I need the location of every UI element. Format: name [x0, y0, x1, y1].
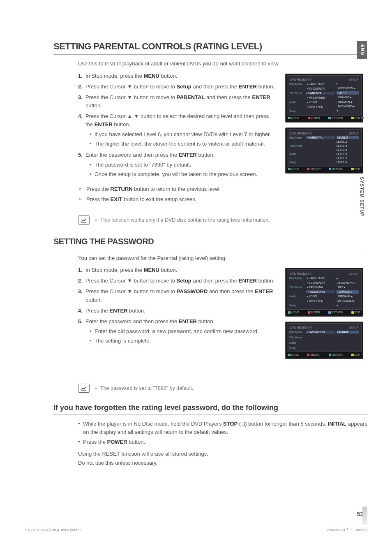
sub-bullet: The setting is complete.: [90, 337, 277, 345]
osd-footer-btn: ENTER: [308, 311, 320, 314]
step: 4.Press the ENTER button.: [78, 307, 277, 315]
osd-row: Disc Menu• PARENTALLEVEL 2: [288, 136, 360, 140]
bullet: While the player is in No DIsc mode, hol…: [78, 420, 367, 436]
osd-row: AudioLEVEL 6: [288, 152, 360, 156]
lang-badge: ENG: [357, 41, 367, 59]
osd-footer-btn: SELECT: [307, 168, 321, 171]
osd-row: • TV DISPLAY: WIDE/HDTV ▸: [288, 280, 360, 285]
parental-arrows: Press the RETURN button to return to the…: [78, 185, 277, 204]
arrow-note: Press the RETURN button to return to the…: [78, 185, 277, 194]
step: 5.Enter the password and then press the …: [78, 317, 277, 345]
step: 1.In Stop mode, press the MENU button.: [78, 266, 277, 274]
osd-footer-btn: MOVE: [288, 311, 299, 314]
osd-row: Audio• LOGO: ORIGINAL ▸: [288, 100, 360, 104]
indd-timestamp: 2008-02-01 ᄋᄋ 3:02:37: [327, 528, 367, 532]
sub-bullet: If you have selected Level 6, you cannot…: [90, 130, 277, 139]
section-label: SYSTEM SETUP: [360, 177, 364, 217]
heading-parental: SETTING PARENTAL CONTROLS (RATING LEVEL): [53, 41, 367, 55]
side-tab: ENG SYSTEM SETUP: [357, 41, 367, 239]
forgot-plain1: Using the RESET function will erase all …: [78, 450, 367, 458]
sub-bullet: Enter the old password, a new password, …: [90, 327, 277, 336]
note-text: The password is set to "7890" by default…: [95, 385, 193, 391]
arrow-note: Press the EXIT button to exit the setup …: [78, 195, 277, 204]
note-icon: [78, 384, 90, 393]
osd-footer-btn: EXIT: [351, 353, 360, 356]
osd-brand: DVD RECEIVER: [290, 78, 312, 81]
step: 3.Press the Cursor ▼ button to move to P…: [78, 93, 277, 110]
osd-footer-btn: RETURN: [329, 353, 343, 356]
parental-note: This function works only if a DVD disc c…: [78, 215, 367, 225]
osd-screenshot-4: DVD RECEIVERSETUP Disc Menu• PASSWORDCHA…: [285, 322, 363, 359]
osd-footer-btn: RETURN: [328, 311, 343, 314]
sub-bullet: The higher the level, the closer the con…: [90, 140, 277, 148]
heading-password: SETTING THE PASSWORD: [53, 237, 367, 249]
parental-intro: Use this to restrict playback of adult o…: [78, 60, 367, 68]
forgot-bullets: While the player is in No DIsc mode, hol…: [78, 420, 367, 446]
password-intro: You can set the password for the Parenta…: [78, 254, 367, 262]
osd-row: LEVEL 5: [288, 148, 360, 152]
password-note: The password is set to "7890" by default…: [78, 384, 367, 393]
osd-row: • TV DISPLAY: WIDE/HDTV ▸: [288, 86, 360, 91]
step: 3.Press the Cursor ▼ button to move to P…: [78, 287, 277, 304]
osd-screenshot-1: DVD RECEIVERSETUP Disc Menu• LANGUAGE ▸•…: [285, 74, 363, 123]
osd-row: • DVD TYPE: DVD AUDIO ▸: [288, 299, 360, 303]
manual-page: ENG SYSTEM SETUP SETTING PARENTAL CONTRO…: [0, 0, 392, 542]
osd-row: LEVEL 7: [288, 156, 360, 160]
osd-row: • PASSWORD: CHANGE ▸: [288, 290, 360, 294]
osd-row: • DVD TYPE: DVD AUDIO ▸: [288, 104, 360, 109]
sub-bullet: Once the setup is complete, you will be …: [90, 170, 277, 178]
step: 1.In Stop mode, press the MENU button.: [78, 72, 277, 80]
osd-row: Disc Menu• LANGUAGE ▸: [288, 82, 360, 86]
step: 4.Press the Cursor ▲,▼ button to select …: [78, 112, 277, 148]
note-icon: [78, 215, 90, 225]
forgot-plain2: Do not use this unless necessary.: [78, 459, 367, 467]
osd-row: Setup: [288, 346, 360, 350]
osd-row: Title Menu: [288, 335, 360, 339]
osd-row: • PASSWORD: CHANGE ▸: [288, 95, 360, 100]
osd-row: LEVEL 3: [288, 140, 360, 144]
osd-row: Title Menu• PARENTAL: OFF ▸: [288, 91, 360, 95]
osd-footer-btn: SELECT: [307, 353, 321, 356]
osd-row: Disc Menu• LANGUAGE ▸: [288, 276, 360, 280]
indd-file: HT-Z310_XAA(ENG)_0201.indd 53: [25, 528, 83, 532]
osd-row: Audio• LOGO: ORIGINAL ▸: [288, 294, 360, 299]
parental-steps: 1.In Stop mode, press the MENU button.2.…: [78, 72, 277, 179]
note-text: This function works only if a DVD disc c…: [95, 217, 270, 223]
osd-footer-btn: RETURN: [329, 168, 343, 171]
osd-footer-btn: ENTER: [308, 117, 320, 120]
osd-row: Title Menu• PARENTAL: OFF ▸: [288, 285, 360, 290]
osd-screenshot-3: DVD RECEIVERSETUP Disc Menu• LANGUAGE ▸•…: [285, 268, 363, 317]
print-meta: HT-Z310_XAA(ENG)_0201.indd 53 2008-02-01…: [25, 528, 367, 532]
osd-footer-btn: MOVE: [288, 117, 299, 120]
bullet-indicator: [361, 116, 364, 119]
osd-footer-btn: MOVE: [288, 353, 299, 356]
osd-row: Title MenuLEVEL 4: [288, 144, 360, 148]
page-number: 53: [357, 511, 363, 517]
bullet: Press the POWER button.: [78, 438, 367, 446]
step: 2.Press the Cursor ▼ button to move to S…: [78, 83, 277, 91]
stop-icon: [241, 422, 245, 426]
heading-forgot: If you have forgotten the rating level p…: [53, 403, 367, 415]
osd-row: Setup▾: [288, 109, 360, 113]
osd-footer-btn: MOVE: [288, 168, 299, 171]
step: 5.Enter the password and then press the …: [78, 151, 277, 178]
sub-bullet: The password is set to "7890" by default…: [90, 161, 277, 169]
osd-row: Setup▾: [288, 303, 360, 308]
password-steps: 1.In Stop mode, press the MENU button.2.…: [78, 266, 277, 345]
osd-footer-btn: RETURN: [328, 117, 343, 120]
step: 2.Press the Cursor ▼ button to move to S…: [78, 277, 277, 285]
osd-row: SetupLEVEL 8: [288, 160, 360, 164]
osd-screenshot-2: DVD RECEIVERSETUP Disc Menu• PARENTALLEV…: [285, 127, 363, 174]
osd-row: Disc Menu• PASSWORDCHANGE: [288, 330, 360, 334]
osd-row: Audio: [288, 340, 360, 345]
osd-footer-btn: EXIT: [351, 311, 360, 314]
